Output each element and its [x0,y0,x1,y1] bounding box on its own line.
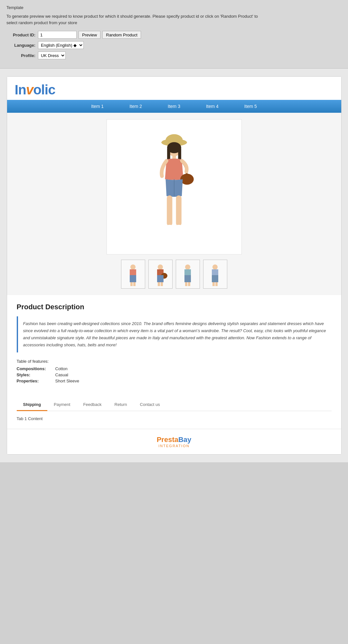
product-id-label: Product ID: [6,33,35,37]
feature-key-composition: Compositions: [17,366,55,371]
preview-card: Involic Item 1 Item 2 Item 3 Item 4 Item… [7,76,342,455]
profile-label: Profile: [6,53,35,58]
feature-val-properties: Short Sleeve [55,379,79,383]
profile-select[interactable]: UK Dress [38,52,66,59]
tab-payment[interactable]: Payment [47,399,77,411]
logo-in: In [15,82,26,97]
svg-rect-28 [188,282,190,286]
svg-rect-14 [130,269,136,276]
feature-row-composition: Compositions: Cotton [17,366,332,371]
svg-rect-22 [158,282,160,286]
footer-sub: Integration [14,444,335,448]
svg-point-18 [158,264,163,270]
svg-point-13 [130,264,136,270]
tab-contact-us[interactable]: Contact us [134,399,166,411]
feature-val-composition: Cotton [55,366,68,371]
footer: PrestaBay Integration [7,429,341,454]
main-product-image [107,119,242,255]
tabs-section: Shipping Payment Feedback Return Contact… [7,392,341,429]
svg-rect-17 [133,282,136,286]
nav-item-5[interactable]: Item 5 [231,100,270,113]
svg-point-11 [165,225,174,230]
features-section: Table of features: Compositions: Cotton … [17,359,332,383]
feature-row-properties: Properties: Short Sleeve [17,379,332,383]
svg-point-24 [185,264,190,270]
product-image-svg [142,126,206,248]
svg-rect-16 [130,282,133,286]
thumbnail-1[interactable] [121,260,145,289]
thumb-svg-2 [151,262,170,286]
tab-content: Tab 1 Content [17,411,332,429]
language-row: Language: English (English) ◆ [6,41,342,49]
svg-rect-15 [130,275,136,282]
svg-rect-21 [157,275,164,282]
nav-bar: Item 1 Item 2 Item 3 Item 4 Item 5 [7,100,341,113]
feature-key-properties: Properties: [17,379,55,383]
thumbnail-4[interactable] [203,260,227,289]
tab-return[interactable]: Return [108,399,134,411]
thumbnail-2[interactable] [148,260,173,289]
svg-rect-23 [161,282,163,286]
features-title: Table of features: [17,359,332,364]
random-product-button[interactable]: Random Product [102,31,141,39]
tab-feedback[interactable]: Feedback [77,399,108,411]
svg-rect-25 [184,269,191,276]
svg-point-12 [174,225,183,230]
svg-rect-33 [215,282,218,286]
product-id-input[interactable] [38,31,77,39]
svg-rect-10 [176,196,181,226]
svg-point-29 [212,264,218,270]
logo-v: v [26,82,33,97]
svg-rect-31 [212,275,218,282]
tab-shipping[interactable]: Shipping [17,399,48,411]
footer-presta: Presta [157,436,178,444]
thumbnail-3[interactable] [176,260,200,289]
product-description-section: Product Description Fashion has been cre… [7,295,341,392]
svg-rect-9 [167,196,172,226]
logo-olic: olic [33,82,55,97]
product-image-area [7,113,341,295]
profile-row: Profile: UK Dress [6,52,342,59]
main-image-placeholder [107,120,241,254]
feature-key-styles: Styles: [17,372,55,377]
thumb-svg-3 [178,262,197,286]
preview-wrapper: Involic Item 1 Item 2 Item 3 Item 4 Item… [0,69,348,462]
logo: Involic [15,83,334,97]
tab-list: Shipping Payment Feedback Return Contact… [17,399,332,411]
description-text: To generate preview we required to know … [6,13,264,26]
footer-bay: Bay [178,436,191,444]
product-description-heading: Product Description [17,303,332,311]
top-section: Template To generate preview we required… [0,0,348,69]
nav-item-1[interactable]: Item 1 [78,100,117,113]
svg-rect-30 [212,269,218,276]
nav-item-3[interactable]: Item 3 [155,100,193,113]
description-body: Fashion has been creating well-designed … [23,320,326,349]
thumb-svg-4 [205,262,225,286]
language-label: Language: [6,43,35,48]
language-select[interactable]: English (English) ◆ [38,41,84,49]
logo-area: Involic [7,77,341,100]
nav-item-4[interactable]: Item 4 [193,100,231,113]
template-label: Template [6,5,342,10]
feature-row-styles: Styles: Casual [17,372,332,377]
svg-rect-26 [184,275,191,282]
footer-logo: PrestaBay [14,436,335,444]
feature-val-styles: Casual [55,372,68,377]
thumb-svg-1 [123,262,143,286]
svg-rect-32 [212,282,215,286]
svg-rect-27 [185,282,187,286]
nav-item-2[interactable]: Item 2 [117,100,155,113]
thumbnails [121,260,227,289]
preview-button[interactable]: Preview [79,31,100,39]
description-quote: Fashion has been creating well-designed … [17,316,332,352]
product-id-row: Product ID: Preview Random Product [6,31,342,39]
